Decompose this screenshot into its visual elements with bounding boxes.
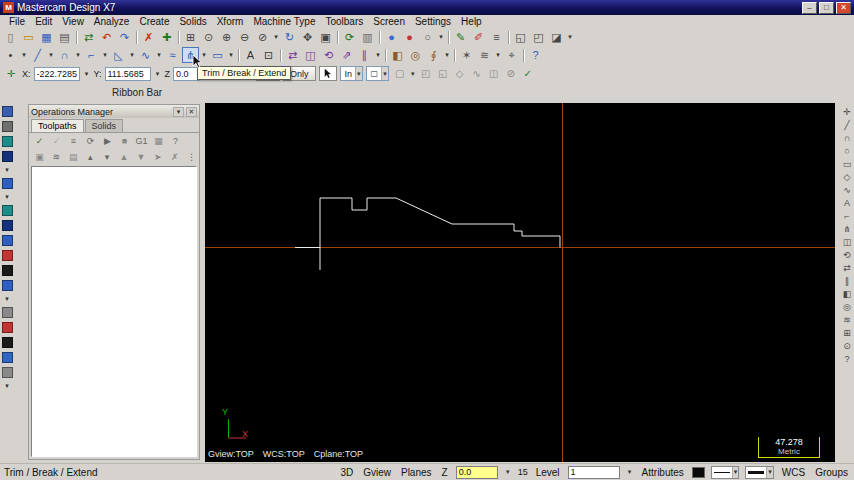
blank-toolpath-icon[interactable]: ▤ xyxy=(66,150,81,164)
menu-settings[interactable]: Settings xyxy=(410,16,456,27)
save-icon[interactable]: ▦ xyxy=(38,29,55,45)
analyze-position-icon[interactable]: ⌖ xyxy=(503,47,520,63)
dock-delete-tool[interactable] xyxy=(2,250,13,261)
part-profile-geometry[interactable] xyxy=(295,198,560,270)
select-none-ops-icon[interactable]: ✓ xyxy=(49,134,64,148)
xform-translate-icon[interactable]: ⇄ xyxy=(284,47,301,63)
create-arc-icon[interactable]: ∩ xyxy=(56,47,73,63)
drawing-canvas[interactable]: Y X Gview:TOP WCS:TOP Cplane:TOP 47.278 … xyxy=(205,103,835,462)
menu-screen[interactable]: Screen xyxy=(368,16,410,27)
dock-edit-tool[interactable] xyxy=(2,121,13,132)
dropdown-arrow-icon[interactable]: ▾ xyxy=(566,33,574,41)
shaded-view-icon[interactable]: ● xyxy=(383,29,400,45)
shape-selection-dropdown[interactable]: ▢ ▾ xyxy=(366,66,389,81)
vector-select-icon[interactable]: ∿ xyxy=(469,66,485,81)
rd-rotate-icon[interactable]: ⟲ xyxy=(841,249,854,260)
delete-entities-icon[interactable]: ✗ xyxy=(140,29,157,45)
in-selection-dropdown[interactable]: In ▾ xyxy=(340,66,363,81)
pin-icon[interactable]: ⋮ xyxy=(184,150,199,164)
rd-line-icon[interactable]: ╱ xyxy=(841,119,854,130)
z-depth-dropdown-icon[interactable]: ▾ xyxy=(504,468,512,476)
print-icon[interactable]: ▤ xyxy=(56,29,73,45)
machine-group-icon[interactable]: ✶ xyxy=(458,47,475,63)
rd-rect-icon[interactable]: ▭ xyxy=(841,158,854,169)
undo-icon[interactable]: ↶ xyxy=(98,29,115,45)
gview-top-icon[interactable]: ◱ xyxy=(512,29,529,45)
dock-undo-tool[interactable] xyxy=(2,322,13,333)
dropdown-arrow-icon[interactable]: ▾ xyxy=(155,51,163,59)
dropdown-arrow-icon[interactable]: ▾ xyxy=(494,51,502,59)
clear-selection-icon[interactable]: ⊘ xyxy=(503,66,519,81)
dock-grid-tool[interactable] xyxy=(2,352,13,363)
solid-sweep-icon[interactable]: ∮ xyxy=(425,47,442,63)
menu-edit[interactable]: Edit xyxy=(30,16,57,27)
restore-button[interactable]: □ xyxy=(819,2,834,14)
dropdown-arrow-icon[interactable]: ▾ xyxy=(374,51,382,59)
minimize-button[interactable]: – xyxy=(802,2,817,14)
verify-icon[interactable]: ■ xyxy=(117,134,132,148)
rd-letters-icon[interactable]: A xyxy=(841,197,854,208)
rd-help-icon[interactable]: ? xyxy=(841,353,854,364)
tab-toolpaths[interactable]: Toolpaths xyxy=(31,119,84,132)
zoom-out-icon[interactable]: ⊖ xyxy=(236,29,253,45)
redo-icon[interactable]: ↷ xyxy=(116,29,133,45)
z-depth-input[interactable] xyxy=(456,466,498,479)
lock-feed-icon[interactable]: ▣ xyxy=(32,150,47,164)
y-coordinate-input[interactable] xyxy=(105,67,151,81)
x-coordinate-input[interactable] xyxy=(34,67,80,81)
level-button[interactable]: Level xyxy=(534,467,562,478)
end-selection-icon[interactable]: ✓ xyxy=(520,66,536,81)
create-fillet-icon[interactable]: ⌐ xyxy=(83,47,100,63)
attributes-button[interactable]: Attributes xyxy=(640,467,686,478)
create-rectangle-icon[interactable]: ▭ xyxy=(209,47,226,63)
panel-menu-icon[interactable]: ▾ xyxy=(173,107,184,117)
dropdown-arrow-icon[interactable]: ▾ xyxy=(74,51,82,59)
dock-xform-tool[interactable] xyxy=(2,220,13,231)
dropdown-arrow-icon[interactable]: ▾ xyxy=(47,51,55,59)
post-icon[interactable]: G1 xyxy=(134,134,149,148)
parameters-icon[interactable]: ≡ xyxy=(66,134,81,148)
rd-autocursor-icon[interactable]: ✛ xyxy=(841,106,854,117)
rd-revolve-icon[interactable]: ◎ xyxy=(841,301,854,312)
create-curve-icon[interactable]: ≈ xyxy=(164,47,181,63)
open-file-icon[interactable]: ▭ xyxy=(20,29,37,45)
window-inside-icon[interactable]: ◰ xyxy=(418,66,434,81)
rd-spline-icon[interactable]: ∿ xyxy=(841,184,854,195)
range-select-icon[interactable]: ◫ xyxy=(486,66,502,81)
xform-offset-icon[interactable]: ∥ xyxy=(356,47,373,63)
menu-solids[interactable]: Solids xyxy=(174,16,211,27)
menu-xform[interactable]: Xform xyxy=(212,16,249,27)
collapse-icon[interactable]: ▴ xyxy=(83,150,98,164)
general-selection-icon[interactable] xyxy=(319,66,337,81)
toolpath-display-icon[interactable]: ≋ xyxy=(49,150,64,164)
rd-arc-icon[interactable]: ∩ xyxy=(841,132,854,143)
rd-offset-icon[interactable]: ∥ xyxy=(841,275,854,286)
bounding-box-icon[interactable]: ⊡ xyxy=(260,47,277,63)
menu-create[interactable]: Create xyxy=(134,16,174,27)
pan-icon[interactable]: ✥ xyxy=(299,29,316,45)
repaint-icon[interactable]: ⟳ xyxy=(341,29,358,45)
dock-screen-tool[interactable] xyxy=(2,265,13,276)
planes-button[interactable]: Planes xyxy=(399,467,434,478)
xform-rotate-icon[interactable]: ⟲ xyxy=(320,47,337,63)
x-dropdown-icon[interactable]: ▾ xyxy=(83,70,91,78)
dock-file-tool[interactable] xyxy=(2,106,13,117)
operations-manager-header[interactable]: Operations Manager ▾ ✕ xyxy=(29,105,199,118)
toolpaths-icon[interactable]: ≋ xyxy=(476,47,493,63)
new-file-icon[interactable]: ▯ xyxy=(2,29,19,45)
tab-solids[interactable]: Solids xyxy=(85,119,124,132)
select-result-icon[interactable]: ▢ xyxy=(392,66,408,81)
fit-screen-icon[interactable]: ▣ xyxy=(317,29,334,45)
dock-attr-tool[interactable] xyxy=(2,337,13,348)
dropdown-arrow-icon[interactable]: ▾ xyxy=(732,467,739,478)
rd-mirror-icon[interactable]: ◫ xyxy=(841,236,854,247)
rd-grid-icon[interactable]: ⊞ xyxy=(841,327,854,338)
levels-icon[interactable]: ≡ xyxy=(488,29,505,45)
create-letters-icon[interactable]: A xyxy=(242,47,259,63)
create-spline-icon[interactable]: ∿ xyxy=(137,47,154,63)
menu-view[interactable]: View xyxy=(57,16,89,27)
move-down-icon[interactable]: ▼ xyxy=(133,150,148,164)
zoom-in-icon[interactable]: ⊕ xyxy=(218,29,235,45)
z-depth-button[interactable]: Z xyxy=(440,467,450,478)
clear-colors-icon[interactable]: ✐ xyxy=(470,29,487,45)
